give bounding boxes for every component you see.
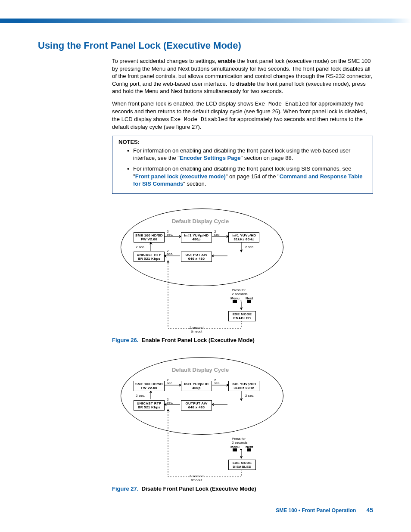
lcd-box-firmware: SME 100 HD/SDFW V2.00 [134,232,165,243]
notes-box: NOTES: For information on enabling and d… [112,136,373,194]
label-2sec: 2sec. [214,230,221,236]
label-timeout: 2 second timeout [190,326,203,333]
link-encoder-settings[interactable]: Encoder Settings Page [180,155,241,161]
figure-26-caption: Figure 26. Enable Front Panel Lock (Exec… [112,337,373,343]
footer-breadcrumb: SME 100 • Front Panel Operation [276,507,356,513]
label-2sec: 2sec. [167,379,173,385]
page-footer: SME 100 • Front Panel Operation 45 [0,507,411,526]
paragraph-2: When front panel lock is enabled, the LC… [112,100,373,131]
label-2sec: 2sec. [167,230,173,236]
lcd-box-exe-disabled: EXE MODEDISABLED [228,460,256,470]
menu-button-icon [233,448,237,452]
paragraph-1: To prevent accidental changes to setting… [112,57,373,95]
label-timeout: 2 second timeout [190,474,203,482]
next-button-icon [247,448,251,452]
figure-26-diagram: Default Display Cycle SME 100 HD/SDFW V2… [112,201,289,334]
page-heading: Using the Front Panel Lock (Executive Mo… [38,40,373,51]
menu-button-icon [233,299,237,303]
lcd-box-exe-enabled: EXE MODEENABLED [228,311,256,321]
label-2sec: 2 sec. [245,245,254,249]
lcd-box-output: OUTPUT A/V640 x 480 [181,400,212,411]
cycle-title: Default Display Cycle [112,218,289,224]
plus-icon: + [240,448,242,451]
header-rule [0,19,411,23]
label-2sec: 2sec. [167,398,173,404]
label-2sec: 2 sec. [245,394,254,398]
page-number: 45 [366,507,373,513]
note-1: For information on enabling and disablin… [127,147,367,162]
lcd-box-input-31khz: In#1 YUVp/HD31kHz 60Hz [228,232,259,243]
lcd-box-input-480p: In#1 YUVp/HD480p [181,232,212,243]
label-2sec: 2sec. [214,379,221,385]
figure-27-diagram: Default Display Cycle SME 100 HD/SDFW V2… [112,349,289,483]
lcd-box-input-480p: In#1 YUVp/HD480p [181,381,212,391]
notes-title: NOTES: [118,139,367,145]
link-front-panel-lock[interactable]: Front panel lock (executive mode) [135,173,226,180]
plus-icon: + [240,299,242,303]
note-2: For information on enabling and disablin… [127,165,367,188]
lcd-box-unicast: UNICAST RTPBR 521 Kbps [134,252,165,262]
label-press-for: Press for 2 seconds [232,288,247,296]
lcd-box-input-31khz: In#1 YUVp/HD31kHz 60Hz [228,381,259,391]
lcd-box-firmware: SME 100 HD/SDFW V2.00 [134,381,165,391]
label-2sec: 2 sec. [136,245,145,249]
figure-27-caption: Figure 27. Disable Front Panel Lock (Exe… [112,485,373,492]
label-press-for: Press for 2 seconds [232,437,247,445]
label-2sec: 2sec. [167,249,173,255]
next-button-icon [247,299,251,303]
lcd-box-unicast: UNICAST RTPBR 521 Kbps [134,400,165,411]
lcd-box-output: OUTPUT A/V640 x 480 [181,252,212,262]
label-2sec: 2 sec. [136,394,145,398]
cycle-title: Default Display Cycle [112,367,289,373]
